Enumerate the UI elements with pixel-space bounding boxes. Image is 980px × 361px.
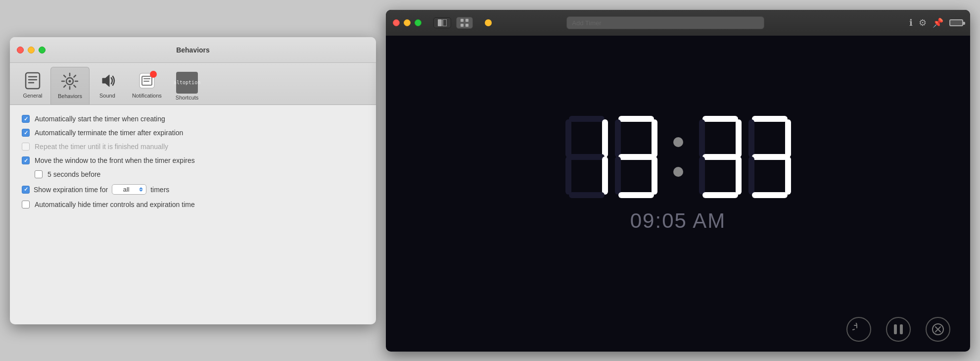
- auto-start-label: Automatically start the timer when creat…: [35, 115, 165, 123]
- footer-controls: [386, 312, 970, 352]
- timer-window-controls: [393, 19, 421, 26]
- view-grid-button[interactable]: [456, 17, 473, 29]
- arrow-up-icon: [139, 187, 143, 189]
- notifications-icon-wrapper: [136, 70, 158, 92]
- svg-rect-21: [466, 19, 468, 22]
- tab-shortcuts-label: Shortcuts: [176, 95, 198, 101]
- notification-badge: [150, 71, 157, 78]
- tab-sound[interactable]: Sound: [90, 67, 125, 104]
- auto-hide-row: Automatically hide timer controls and ex…: [22, 201, 364, 208]
- digit-3: [698, 115, 743, 199]
- timer-close-button[interactable]: [393, 19, 400, 26]
- svg-point-5: [69, 80, 71, 83]
- search-input[interactable]: Add Timer: [566, 16, 764, 29]
- close-button[interactable]: [17, 47, 24, 53]
- timer-window: Add Timer ℹ ⚙ 📌: [386, 10, 970, 352]
- window-title: Behaviors: [176, 46, 210, 54]
- window-controls: [17, 47, 46, 53]
- tab-shortcuts[interactable]: alt option Shortcuts: [169, 67, 205, 104]
- repeat-checkbox[interactable]: [22, 143, 30, 151]
- five-seconds-row: 5 seconds before: [22, 170, 364, 178]
- colon-separator: [673, 137, 683, 177]
- tab-notifications[interactable]: Notifications: [125, 67, 169, 104]
- timer-titlebar: Add Timer ℹ ⚙ 📌: [386, 10, 970, 36]
- toolbar: General: [10, 63, 376, 105]
- expiration-select-value: all: [115, 186, 137, 193]
- auto-hide-checkbox[interactable]: [22, 201, 30, 208]
- svg-rect-22: [461, 24, 464, 27]
- timer-display: 09:05 AM: [386, 36, 970, 312]
- tab-notifications-label: Notifications: [132, 93, 162, 99]
- view-single-button[interactable]: [433, 17, 451, 28]
- move-front-label: Move the window to the front when the ti…: [35, 156, 195, 164]
- timer-minimize-button[interactable]: [404, 19, 411, 26]
- auto-terminate-label: Automatically terminate the timer after …: [35, 129, 183, 137]
- expiration-suffix: timers: [150, 186, 169, 194]
- svg-rect-0: [26, 73, 40, 89]
- repeat-row: Repeat the timer until it is finished ma…: [22, 143, 364, 151]
- battery-icon: [949, 19, 963, 26]
- behaviors-window: Behaviors General: [10, 37, 376, 324]
- settings-icon[interactable]: ⚙: [919, 17, 927, 28]
- minimize-button[interactable]: [28, 47, 35, 53]
- digital-clock: [564, 115, 792, 199]
- svg-rect-19: [443, 19, 447, 26]
- behaviors-content: Automatically start the timer when creat…: [10, 105, 376, 324]
- behaviors-icon: [59, 70, 81, 92]
- tab-general-label: General: [23, 93, 42, 99]
- auto-terminate-row: Automatically terminate the timer after …: [22, 129, 364, 137]
- svg-rect-23: [466, 24, 468, 27]
- five-seconds-checkbox[interactable]: [35, 170, 43, 178]
- repeat-label: Repeat the timer until it is finished ma…: [35, 143, 168, 151]
- colon-dot-top: [673, 137, 683, 147]
- info-icon[interactable]: ℹ: [909, 17, 913, 28]
- right-digits: [698, 115, 792, 199]
- left-digits: [564, 115, 658, 199]
- close-timer-button[interactable]: [926, 317, 950, 342]
- tab-behaviors-label: Behaviors: [58, 93, 82, 99]
- svg-line-13: [64, 85, 66, 87]
- move-front-checkbox[interactable]: [22, 156, 30, 164]
- svg-rect-24: [894, 324, 897, 334]
- shortcuts-icon: alt option: [176, 72, 198, 94]
- select-arrows: [139, 187, 143, 192]
- colon-dot-bottom: [673, 167, 683, 177]
- svg-rect-25: [900, 324, 903, 334]
- expiration-checkbox[interactable]: [22, 186, 30, 194]
- svg-line-12: [74, 75, 76, 77]
- sound-icon: [96, 70, 118, 92]
- five-seconds-label: 5 seconds before: [47, 170, 100, 178]
- svg-line-11: [74, 85, 76, 87]
- restart-button[interactable]: [846, 317, 871, 342]
- titlebar: Behaviors: [10, 37, 376, 63]
- svg-rect-20: [461, 19, 464, 22]
- digit-2: [614, 115, 658, 199]
- timer-maximize-button[interactable]: [415, 19, 421, 26]
- tab-general[interactable]: General: [15, 67, 50, 104]
- expiration-select[interactable]: all: [112, 184, 146, 195]
- auto-terminate-checkbox[interactable]: [22, 129, 30, 137]
- digit-1: [564, 115, 609, 199]
- general-icon: [22, 70, 44, 92]
- expiration-row: Show expiration time for all timers: [22, 184, 364, 195]
- move-front-row: Move the window to the front when the ti…: [22, 156, 364, 164]
- pin-icon[interactable]: 📌: [933, 17, 943, 28]
- arrow-down-icon: [139, 190, 143, 192]
- timer-status-dot: [485, 19, 492, 26]
- titlebar-icons: ℹ ⚙ 📌: [909, 17, 963, 28]
- auto-start-row: Automatically start the timer when creat…: [22, 115, 364, 123]
- expiration-prefix: Show expiration time for: [34, 186, 108, 194]
- digit-4: [747, 115, 792, 199]
- auto-hide-label: Automatically hide timer controls and ex…: [35, 201, 195, 208]
- tab-behaviors[interactable]: Behaviors: [50, 67, 90, 104]
- pause-button[interactable]: [886, 317, 911, 342]
- search-placeholder: Add Timer: [572, 19, 601, 27]
- svg-rect-18: [438, 19, 442, 26]
- svg-line-10: [64, 75, 66, 77]
- time-label: 09:05 AM: [630, 209, 726, 233]
- maximize-button[interactable]: [39, 47, 46, 53]
- tab-sound-label: Sound: [99, 93, 115, 99]
- auto-start-checkbox[interactable]: [22, 115, 30, 123]
